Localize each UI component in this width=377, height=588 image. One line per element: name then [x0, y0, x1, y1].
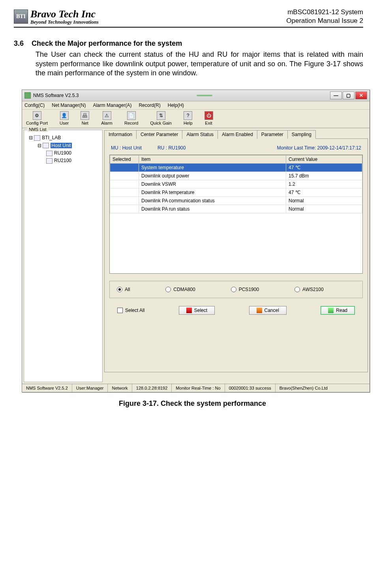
- radio-aws2100[interactable]: AWS2100: [294, 287, 324, 292]
- maximize-button[interactable]: ▢: [343, 91, 354, 99]
- cell-item: Downlink VSWR: [139, 180, 286, 189]
- quick-gain-icon: ⇅: [157, 111, 165, 120]
- config-port-icon: ⚙: [33, 111, 41, 120]
- cell-value: 47 ℃: [286, 189, 362, 197]
- tool-label: Alarm: [101, 121, 113, 125]
- mu-value: Host Unit: [122, 145, 142, 151]
- tab-bar: Information Center Parameter Alarm Statu…: [104, 130, 368, 139]
- doc-title-line1: mBSC081921-12 System: [286, 8, 363, 17]
- tool-label: Net: [82, 121, 88, 125]
- tab-alarm-status[interactable]: Alarm Status: [182, 130, 218, 139]
- table-row[interactable]: System temperature47 ℃: [110, 164, 362, 172]
- tool-config-port[interactable]: ⚙Config Port: [26, 111, 48, 125]
- tab-content: MU : Host Unit RU : RU1900 Monitor Last …: [104, 139, 368, 372]
- col-selected[interactable]: Selected: [110, 155, 139, 164]
- cancel-button[interactable]: Cancel: [249, 306, 287, 315]
- tool-record[interactable]: 📄Record: [124, 111, 138, 125]
- page-header: BTI Bravo Tech Inc Beyond Technology Inn…: [14, 8, 363, 28]
- tool-quick-gain[interactable]: ⇅Quick Gain: [150, 111, 171, 125]
- read-button[interactable]: Read: [321, 306, 355, 315]
- cell-value: 47 ℃: [286, 164, 362, 172]
- col-item[interactable]: Item: [139, 155, 286, 164]
- status-address: 128.0.2.28:8192: [132, 384, 172, 392]
- nms-tree[interactable]: ⊟ BTI_LAB ⊟ Host Unit RU1900 RU2100: [24, 130, 102, 168]
- tool-alarm[interactable]: ⚠Alarm: [101, 111, 113, 125]
- table-row[interactable]: Downlink output power15.7 dBm: [110, 172, 362, 180]
- host-icon: [43, 143, 49, 148]
- section-title: Check the Major performance for the syst…: [32, 39, 182, 48]
- monitor-last-time-value: 2009-12-14/17:17:12: [317, 145, 361, 151]
- tree-node-host[interactable]: ⊟ Host Unit: [38, 142, 100, 149]
- tab-sampling[interactable]: Sampling: [287, 130, 316, 139]
- app-icon: [24, 92, 31, 99]
- radio-icon: [117, 287, 122, 292]
- tool-label: Config Port: [26, 121, 48, 125]
- status-company: Bravo(ShenZhen) Co.Ltd: [276, 384, 369, 392]
- alarm-icon: ⚠: [103, 111, 111, 120]
- radio-label: PCS1900: [239, 287, 259, 292]
- sampling-table-wrap[interactable]: Selected Item Current Value System tempe…: [109, 155, 363, 274]
- table-row[interactable]: Downlink PA run statusNormal: [110, 205, 362, 213]
- radio-label: AWS2100: [302, 287, 324, 292]
- mu-label: MU :: [111, 145, 121, 151]
- tool-exit[interactable]: ⏻Exit: [204, 111, 213, 125]
- cell-value: 1.2: [286, 180, 362, 189]
- radio-cdma800[interactable]: CDMA800: [165, 287, 195, 292]
- menu-record[interactable]: Record(R): [139, 103, 160, 108]
- status-network: Network: [108, 384, 132, 392]
- cell-item: Downlink PA communication status: [139, 197, 286, 205]
- tree-node-ru1900[interactable]: RU1900: [46, 149, 100, 157]
- table-row[interactable]: Downlink VSWR1.2: [110, 180, 362, 189]
- tree-label: RU2100: [54, 158, 71, 163]
- computer-icon: [34, 135, 40, 141]
- radio-all[interactable]: All: [117, 287, 130, 292]
- exit-icon: ⏻: [204, 111, 213, 120]
- tree-label: Host Unit: [51, 143, 71, 148]
- logo-icon: BTI: [14, 9, 28, 24]
- radio-icon: [165, 287, 171, 292]
- tab-parameter[interactable]: Parameter: [257, 130, 288, 139]
- minimize-button[interactable]: —: [330, 91, 342, 99]
- button-label: Read: [336, 308, 347, 313]
- tree-node-root[interactable]: ⊟ BTI_LAB: [29, 134, 100, 142]
- cancel-icon: [257, 308, 262, 313]
- status-version: NMS Software V2.5.2: [22, 384, 72, 392]
- logo: BTI Bravo Tech Inc Beyond Technology Inn…: [14, 9, 99, 24]
- toolbar: ⚙Config Port 👤User 品Net ⚠Alarm 📄Record ⇅…: [22, 110, 369, 128]
- radio-pcs1900[interactable]: PCS1900: [231, 287, 259, 292]
- button-label: Select: [194, 308, 207, 313]
- select-all-checkbox[interactable]: Select All: [117, 308, 144, 313]
- menu-help[interactable]: Help(H): [168, 103, 184, 108]
- menubar: Config(C) Net Manager(N) Alarm Manager(A…: [22, 101, 369, 110]
- select-button[interactable]: Select: [179, 306, 215, 315]
- logo-sub-text: Beyond Technology Innovations: [30, 19, 99, 24]
- tool-label: Quick Gain: [150, 121, 171, 125]
- tree-node-ru2100[interactable]: RU2100: [46, 157, 100, 164]
- check-icon: [186, 308, 192, 313]
- nms-list-panel: NMS List ⊟ BTI_LAB ⊟ Host Unit RU1900 RU…: [24, 130, 103, 382]
- tab-center-parameter[interactable]: Center Parameter: [136, 130, 182, 139]
- tool-help[interactable]: ?Help: [184, 111, 193, 125]
- table-row[interactable]: Downlink PA communication statusNormal: [110, 197, 362, 205]
- tool-user[interactable]: 👤User: [60, 111, 69, 125]
- section-body: The User can check the current status of…: [36, 50, 363, 78]
- menu-config[interactable]: Config(C): [24, 103, 45, 108]
- section-number: 3.6: [14, 39, 24, 48]
- tab-alarm-enabled[interactable]: Alarm Enabled: [218, 130, 257, 139]
- col-current-value[interactable]: Current Value: [286, 155, 362, 164]
- ru-icon: [46, 158, 53, 164]
- tool-net[interactable]: 品Net: [81, 111, 89, 125]
- doc-title-line2: Operation Manual Issue 2: [286, 17, 363, 25]
- menu-net-manager[interactable]: Net Manager(N): [52, 103, 86, 108]
- close-button[interactable]: ✕: [355, 91, 367, 99]
- menu-alarm-manager[interactable]: Alarm Manager(A): [93, 103, 131, 108]
- band-radio-group: All CDMA800 PCS1900 AWS2100: [109, 281, 363, 298]
- tab-information[interactable]: Information: [104, 130, 137, 139]
- logo-main-text: Bravo Tech Inc: [30, 9, 99, 19]
- ru-value: RU1900: [168, 145, 186, 151]
- table-row[interactable]: Downlink PA temperature47 ℃: [110, 189, 362, 197]
- help-icon: ?: [184, 111, 192, 120]
- user-icon: 👤: [60, 111, 69, 120]
- cell-item: System temperature: [139, 164, 286, 172]
- tool-label: Exit: [205, 121, 212, 125]
